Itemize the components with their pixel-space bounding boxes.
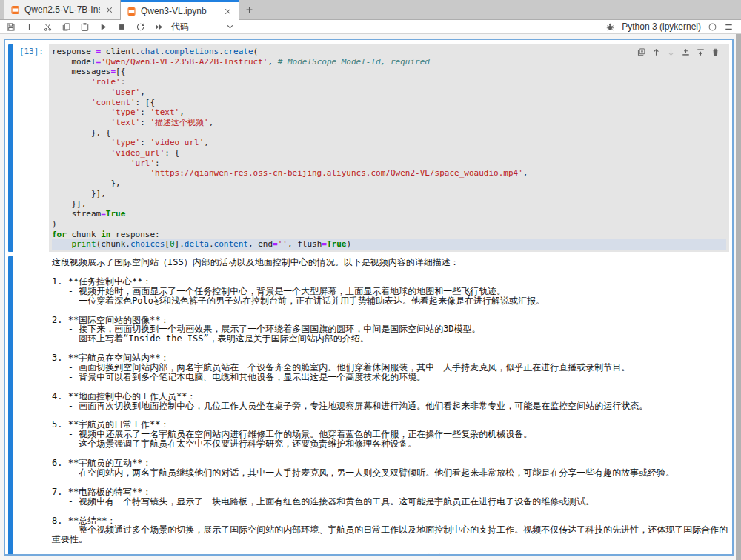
- copy-icon[interactable]: [62, 22, 71, 32]
- code-cell: [13]: response = client.chat.completions…: [5, 44, 732, 252]
- run-icon[interactable]: [99, 22, 108, 32]
- cell-type-label: 代码: [171, 21, 189, 33]
- kernel-status-circle-icon: [708, 22, 717, 32]
- move-up-icon[interactable]: [651, 47, 661, 57]
- debugger-bug-icon[interactable]: [605, 22, 615, 32]
- tab-bar: Qwen2.5-VL-7B-Instruct.ip Qwen3-VL.ipynb: [0, 0, 741, 20]
- code-line: 'role':: [52, 77, 726, 87]
- kernel-name[interactable]: Python 3 (ipykernel): [622, 21, 701, 32]
- code-line: },: [52, 179, 726, 189]
- code-line: model='Qwen/Qwen3-VL-235B-A22B-Instruct'…: [52, 57, 726, 67]
- cell-toolbar: [637, 47, 720, 57]
- code-line: }],: [52, 199, 726, 210]
- stream-output-text: 这段视频展示了国际空间站（ISS）内部的活动以及地面控制中心的情况。以下是视频内…: [49, 256, 729, 556]
- code-line: 'url':: [52, 159, 726, 169]
- code-line: messages=[{: [52, 67, 726, 77]
- tab-qwen25-vl-notebook[interactable]: Qwen2.5-VL-7B-Instruct.ip: [4, 0, 121, 19]
- chevron-down-icon: [225, 22, 235, 31]
- stop-icon[interactable]: [117, 22, 127, 32]
- code-line: 'video_url': {: [52, 148, 726, 159]
- code-line: stream=True: [52, 209, 726, 219]
- execution-count: [13]:: [13, 44, 49, 252]
- cell-type-dropdown[interactable]: 代码: [171, 21, 235, 33]
- tab-label: Qwen2.5-VL-7B-Instruct.ip: [24, 4, 100, 15]
- notebook-icon: [10, 5, 20, 15]
- notebook-content-area: [13]: response = client.chat.completions…: [0, 34, 741, 560]
- code-line: ): [52, 219, 726, 230]
- code-line: response = client.chat.completions.creat…: [52, 47, 726, 57]
- code-line: 'text': '描述这个视频',: [52, 118, 726, 128]
- code-line: for chunk in response:: [52, 230, 726, 240]
- code-editor[interactable]: response = client.chat.completions.creat…: [49, 44, 729, 252]
- run-all-icon[interactable]: [154, 22, 164, 32]
- code-line: 'user',: [52, 87, 726, 98]
- output-area: 这段视频展示了国际空间站（ISS）内部的活动以及地面控制中心的情况。以下是视频内…: [5, 256, 732, 556]
- tab-qwen3-vl-notebook[interactable]: Qwen3-VL.ipynb: [121, 0, 239, 20]
- tab-label: Qwen3-VL.ipynb: [141, 6, 207, 16]
- window-edge: [736, 34, 741, 560]
- close-icon[interactable]: [223, 7, 233, 16]
- insert-below-icon[interactable]: [696, 47, 705, 57]
- plus-icon: [245, 5, 254, 14]
- add-icon[interactable]: [24, 22, 34, 32]
- cut-icon[interactable]: [43, 22, 53, 32]
- move-down-icon: [666, 47, 676, 57]
- code-line: }],: [52, 189, 726, 199]
- delete-icon[interactable]: [711, 47, 720, 57]
- kernel-status-group: Python 3 (ipykernel): [605, 21, 737, 32]
- menu-icon[interactable]: [724, 22, 734, 32]
- code-line: 'content': [{: [52, 98, 726, 108]
- duplicate-icon[interactable]: [637, 47, 646, 57]
- code-line: 'type': 'text',: [52, 107, 726, 118]
- close-icon[interactable]: [104, 5, 114, 15]
- toolbar-button-group: [4, 22, 164, 32]
- paste-icon[interactable]: [80, 22, 90, 32]
- code-line: 'https://qianwen-res.oss-cn-beijing.aliy…: [52, 168, 726, 179]
- insert-above-icon[interactable]: [681, 47, 691, 57]
- input-collapser[interactable]: [8, 44, 13, 252]
- new-tab-button[interactable]: [239, 0, 259, 19]
- output-prompt-spacer: [13, 256, 49, 556]
- code-line: print(chunk.choices[0].delta.content, en…: [52, 239, 726, 250]
- restart-icon[interactable]: [136, 22, 145, 32]
- notebook-icon: [127, 7, 136, 16]
- notebook-panel: [13]: response = client.chat.completions…: [4, 39, 734, 556]
- code-line: 'type': 'video_url',: [52, 138, 726, 148]
- notebook-toolbar: 代码 Python 3 (ipykernel): [0, 20, 741, 34]
- code-line: }, {: [52, 128, 726, 139]
- output-collapser[interactable]: [8, 256, 13, 556]
- save-icon[interactable]: [6, 22, 16, 32]
